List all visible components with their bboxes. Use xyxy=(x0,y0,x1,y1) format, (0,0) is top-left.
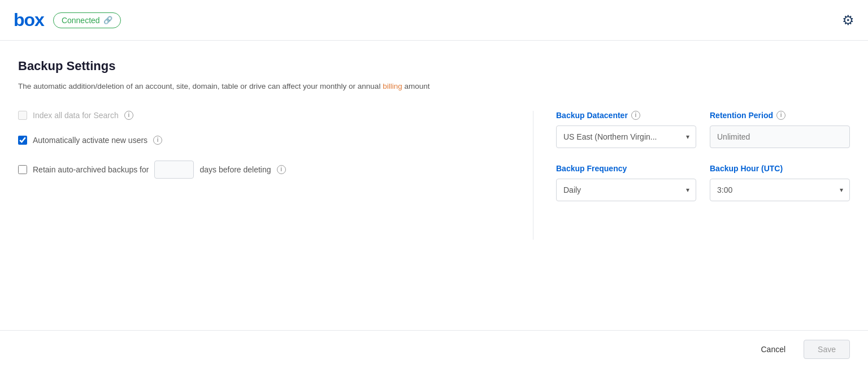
retention-input-wrapper xyxy=(710,125,850,148)
frequency-label-text: Backup Frequency xyxy=(556,164,627,173)
connected-label: Connected xyxy=(62,16,100,25)
backup-hour-select-wrapper: 0:00 1:00 2:00 3:00 4:00 5:00 6:00 7:00 … xyxy=(710,179,850,201)
datacenter-label: Backup Datacenter i xyxy=(556,111,696,120)
left-panel: Index all data for Search i Automaticall… xyxy=(18,111,533,240)
gear-icon: ⚙ xyxy=(842,12,854,28)
datacenter-select-wrapper: US East (Northern Virgin... US West EU W… xyxy=(556,125,696,148)
days-row: Retain auto-archived backups for days be… xyxy=(33,161,286,179)
retain-checkbox[interactable] xyxy=(18,165,27,174)
index-search-label[interactable]: Index all data for Search xyxy=(18,111,119,120)
auto-activate-label[interactable]: Automatically activate new users xyxy=(18,136,147,145)
datacenter-info-icon: i xyxy=(631,111,640,120)
box-logo: box xyxy=(14,10,44,31)
auto-activate-info-icon: i xyxy=(153,136,162,145)
retention-input[interactable] xyxy=(710,125,850,148)
billing-notice-text2: amount xyxy=(404,82,429,90)
frequency-select-wrapper: Daily Weekly Monthly xyxy=(556,179,696,201)
datacenter-retention-row: Backup Datacenter i US East (Northern Vi… xyxy=(556,111,850,148)
auto-activate-text: Automatically activate new users xyxy=(33,136,147,145)
retain-info-icon: i xyxy=(277,165,286,174)
frequency-group: Backup Frequency Daily Weekly Monthly xyxy=(556,164,696,201)
datacenter-group: Backup Datacenter i US East (Northern Vi… xyxy=(556,111,696,148)
index-search-info-icon: i xyxy=(124,111,133,120)
header: box Connected 🔗 ⚙ xyxy=(0,0,868,41)
frequency-hour-row: Backup Frequency Daily Weekly Monthly Ba… xyxy=(556,164,850,201)
retention-label-text: Retention Period xyxy=(710,111,773,120)
auto-activate-row: Automatically activate new users i xyxy=(18,136,515,145)
backup-hour-select[interactable]: 0:00 1:00 2:00 3:00 4:00 5:00 6:00 7:00 … xyxy=(710,179,850,201)
auto-activate-checkbox[interactable] xyxy=(18,136,27,145)
retain-days-input[interactable] xyxy=(154,161,194,179)
index-search-row: Index all data for Search i xyxy=(18,111,515,120)
right-panel: Backup Datacenter i US East (Northern Vi… xyxy=(533,111,850,240)
frequency-select[interactable]: Daily Weekly Monthly xyxy=(556,179,696,201)
datacenter-label-text: Backup Datacenter xyxy=(556,111,628,120)
billing-notice-text1: The automatic addition/deletion of an ac… xyxy=(18,82,380,90)
header-left: box Connected 🔗 xyxy=(14,10,121,31)
connected-badge: Connected 🔗 xyxy=(53,12,121,28)
settings-button[interactable]: ⚙ xyxy=(842,12,854,28)
link-icon: 🔗 xyxy=(103,16,112,24)
main-content: Backup Settings The automatic addition/d… xyxy=(0,41,868,240)
datacenter-select[interactable]: US East (Northern Virgin... US West EU W… xyxy=(556,125,696,148)
retain-row: Retain auto-archived backups for days be… xyxy=(18,161,515,179)
retention-group: Retention Period i xyxy=(710,111,850,148)
billing-word: billing xyxy=(383,82,402,90)
index-search-text: Index all data for Search xyxy=(33,111,119,120)
retention-info-icon: i xyxy=(776,111,785,120)
frequency-label: Backup Frequency xyxy=(556,164,696,173)
retain-label-text: Retain auto-archived backups for xyxy=(33,165,149,174)
backup-hour-group: Backup Hour (UTC) 0:00 1:00 2:00 3:00 4:… xyxy=(710,164,850,201)
page-title: Backup Settings xyxy=(18,59,850,73)
backup-hour-label: Backup Hour (UTC) xyxy=(710,164,850,173)
content-area: Index all data for Search i Automaticall… xyxy=(18,111,850,240)
index-search-checkbox[interactable] xyxy=(18,111,27,120)
billing-notice: The automatic addition/deletion of an ac… xyxy=(18,80,504,93)
retention-label: Retention Period i xyxy=(710,111,850,120)
backup-hour-label-text: Backup Hour (UTC) xyxy=(710,164,783,173)
days-after-label: days before deleting xyxy=(199,165,271,174)
